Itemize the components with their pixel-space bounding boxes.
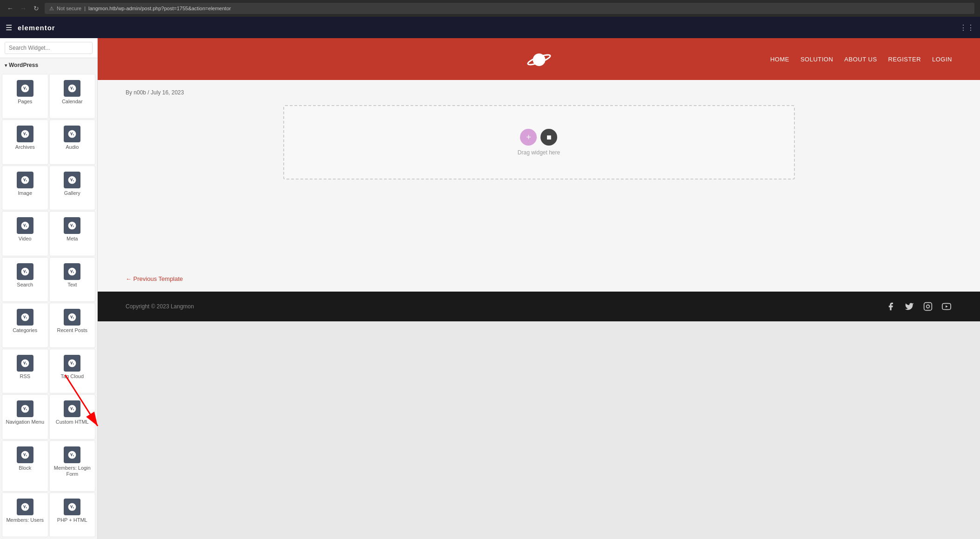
widget-wp-icon (17, 80, 33, 97)
left-sidebar: ▾ WordPress Pages Calendar Archives Audi… (0, 38, 98, 539)
nav-item-register[interactable]: REGISTER (888, 56, 921, 63)
widget-wp-icon (17, 172, 33, 188)
security-label: Not secure (57, 6, 81, 11)
widget-label: Block (19, 465, 31, 471)
svg-marker-5 (946, 305, 948, 307)
widget-item-audio[interactable]: Audio (49, 120, 96, 164)
site-nav: HOMESOLUTIONABOUT USREGISTERLOGIN (770, 56, 952, 63)
url-text: langmon.htb/wp-admin/post.php?post=1755&… (88, 6, 231, 11)
widget-item-archives[interactable]: Archives (2, 120, 48, 164)
reload-button[interactable]: ↻ (32, 4, 41, 13)
widget-item-search[interactable]: Search (2, 257, 48, 302)
widget-wp-icon (64, 263, 80, 280)
hamburger-menu[interactable]: ☰ (6, 23, 12, 32)
widget-item-calendar[interactable]: Calendar (49, 74, 96, 119)
widget-label: Gallery (64, 190, 80, 196)
widget-wp-icon (64, 309, 80, 326)
widget-label: RSS (20, 373, 30, 379)
page-content: By n00b / July 16, 2023 + ■ Drag widget … (98, 80, 980, 266)
widget-wp-icon (17, 126, 33, 142)
widget-item-block[interactable]: Block (2, 440, 48, 492)
footer-social (885, 301, 952, 312)
widget-wp-icon (64, 126, 80, 142)
nav-item-about-us[interactable]: ABOUT US (844, 56, 877, 63)
widget-item-meta[interactable]: Meta (49, 211, 96, 256)
widget-label: Tag Cloud (60, 373, 84, 379)
search-widget-input[interactable] (5, 42, 93, 54)
widget-label: Archives (15, 144, 35, 150)
instagram-icon[interactable] (922, 301, 933, 312)
security-warning-icon: ⚠ (49, 6, 54, 12)
drop-zone[interactable]: + ■ Drag widget here (283, 105, 795, 180)
widget-wp-icon (17, 355, 33, 372)
nav-item-login[interactable]: LOGIN (932, 56, 952, 63)
add-widget-button[interactable]: + (520, 129, 537, 146)
widget-item-navigation-menu[interactable]: Navigation Menu (2, 394, 48, 439)
site-logo (525, 47, 553, 71)
nav-item-solution[interactable]: SOLUTION (800, 56, 833, 63)
widget-wp-icon (17, 217, 33, 234)
widget-wp-icon (64, 217, 80, 234)
twitter-icon[interactable] (904, 301, 915, 312)
widget-wp-icon (17, 400, 33, 417)
widget-wp-icon (17, 446, 33, 463)
widget-wp-icon (64, 80, 80, 97)
elementor-topbar: ☰ elementor ⋮⋮ (0, 17, 980, 38)
prev-template-link[interactable]: ← Previous Template (126, 275, 183, 282)
add-section-button[interactable]: ■ (540, 129, 557, 146)
drop-zone-buttons: + ■ (520, 129, 557, 146)
widget-item-rss[interactable]: RSS (2, 349, 48, 393)
widget-item-recent-posts[interactable]: Recent Posts (49, 303, 96, 347)
svg-rect-3 (924, 303, 932, 311)
widget-wp-icon (64, 446, 80, 463)
svg-point-2 (534, 55, 544, 65)
widget-wp-icon (64, 355, 80, 372)
search-widget-bar (0, 38, 97, 58)
facebook-icon[interactable] (885, 301, 896, 312)
widget-label: Text (67, 282, 77, 288)
prev-template-area: ← Previous Template (98, 266, 980, 292)
widget-item-categories[interactable]: Categories (2, 303, 48, 347)
nav-item-home[interactable]: HOME (770, 56, 789, 63)
widget-item-php---html[interactable]: PHP + HTML (49, 492, 96, 537)
widget-label: Audio (66, 144, 79, 150)
wordpress-section-title[interactable]: ▾ WordPress (0, 58, 97, 72)
widget-grid: Pages Calendar Archives Audio Image Gall… (0, 72, 97, 539)
footer-copyright: Copyright © 2023 Langmon (126, 303, 194, 310)
widget-item-tag-cloud[interactable]: Tag Cloud (49, 349, 96, 393)
site-header: HOMESOLUTIONABOUT USREGISTERLOGIN (98, 38, 980, 80)
drop-zone-label: Drag widget here (518, 149, 560, 156)
widget-item-gallery[interactable]: Gallery (49, 166, 96, 210)
widget-label: Recent Posts (57, 327, 87, 333)
widget-item-members--login-form[interactable]: Members: Login Form (49, 440, 96, 492)
grid-icon[interactable]: ⋮⋮ (960, 23, 974, 32)
widget-label: Pages (18, 99, 32, 105)
back-button[interactable]: ← (6, 4, 15, 13)
section-arrow-icon: ▾ (5, 63, 7, 68)
content-area: ▾ WordPress Pages Calendar Archives Audi… (0, 38, 980, 539)
widget-label: Navigation Menu (6, 419, 44, 425)
widget-wp-icon (17, 309, 33, 326)
widget-item-pages[interactable]: Pages (2, 74, 48, 119)
widget-label: PHP + HTML (57, 517, 87, 523)
widget-label: Meta (67, 236, 78, 242)
youtube-icon[interactable] (941, 301, 952, 312)
widget-wp-icon (64, 499, 80, 515)
forward-button[interactable]: → (19, 4, 28, 13)
widget-label: Members: Login Form (52, 465, 93, 477)
browser-chrome: ← → ↻ ⚠ Not secure | langmon.htb/wp-admi… (0, 0, 980, 17)
widget-item-image[interactable]: Image (2, 166, 48, 210)
app-layout: ☰ elementor ⋮⋮ ▾ WordPress Pages Calenda… (0, 17, 980, 539)
widget-item-members--users[interactable]: Members: Users (2, 492, 48, 537)
widget-item-video[interactable]: Video (2, 211, 48, 256)
elementor-brand: elementor (18, 24, 55, 32)
address-bar[interactable]: ⚠ Not secure | langmon.htb/wp-admin/post… (45, 3, 974, 14)
widget-item-custom-html[interactable]: Custom HTML (49, 394, 96, 439)
separator: | (84, 6, 86, 11)
widget-label: Search (17, 282, 33, 288)
widget-item-text[interactable]: Text (49, 257, 96, 302)
main-canvas: HOMESOLUTIONABOUT USREGISTERLOGIN By n00… (98, 38, 980, 539)
widget-label: Image (18, 190, 32, 196)
widget-wp-icon (17, 263, 33, 280)
widget-label: Video (19, 236, 32, 242)
